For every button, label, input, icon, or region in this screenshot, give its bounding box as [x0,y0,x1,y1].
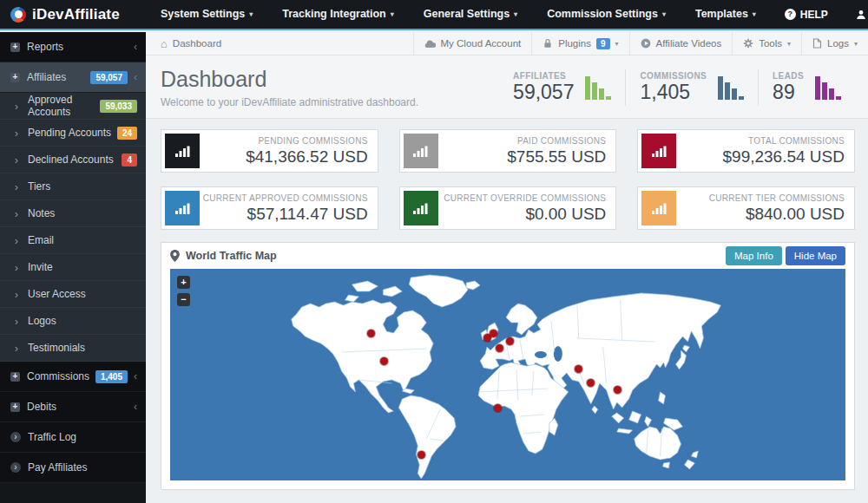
toolbar-button-label: Affiliate Videos [656,38,722,49]
sidebar-item-right [134,401,137,413]
toolbar-button-label: Logs [827,38,849,49]
menu-item-label: System Settings [161,8,245,20]
stat-value: 89 [773,81,804,103]
sidebar-item[interactable]: Debits [0,392,146,422]
main-content: Dashboard Welcome to your iDevAffiliate … [146,56,868,503]
menu-item[interactable]: General Settings▾ [409,0,532,29]
sidebar-item-right: 59,057 [90,71,137,84]
sidebar-item[interactable]: Invite [0,254,146,281]
map-zoom-in-button[interactable]: + [177,276,190,289]
sidebar-item-label: Notes [28,207,55,219]
sparkline-bar [732,88,737,100]
toolbar-button[interactable]: Plugins 9 ▾ [531,32,628,55]
stat-card-value: $755.55 USD [507,147,606,167]
sidebar-item[interactable]: Affiliates 59,057 [0,62,146,93]
navbar-right: HELP admin▾ [771,9,868,21]
toolbar-button-label: Tools [759,38,782,49]
sparkline-bar [599,88,604,100]
bar-chart-icon [652,146,667,157]
traffic-marker[interactable] [367,330,375,337]
menu-item[interactable]: System Settings▾ [146,0,267,29]
sparkline-chart [815,75,841,100]
cloud-icon [424,39,436,49]
user-menu[interactable]: admin▾ [842,9,868,21]
world-map[interactable]: + − [170,269,845,480]
toolbar-button[interactable]: My Cloud Account ▾ [413,32,532,55]
sidebar-item[interactable]: Testimonials [0,335,146,362]
stat-card-label: CURRENT APPROVED COMMISSIONS [203,193,368,203]
stat-card-icon-tile [641,134,676,168]
sidebar-item-label: Debits [27,401,56,413]
page-subtitle: Welcome to your iDevAffiliate administra… [161,96,418,108]
sidebar-item[interactable]: Notes [0,200,146,227]
sidebar-item[interactable]: Pay Affiliates [0,453,146,483]
menu-item[interactable]: Commission Settings▾ [532,0,681,29]
stat-card-label: PENDING COMMISSIONS [246,136,368,146]
map-info-button[interactable]: Map Info [726,246,782,265]
stat-card-icon-tile [165,134,200,168]
traffic-marker[interactable] [490,330,497,337]
toolbar-button[interactable]: Affiliate Videos ▾ [629,32,733,55]
stat-text: COMMISSIONS 1,405 [640,71,707,103]
summary-stat: COMMISSIONS 1,405 [625,69,758,105]
traffic-marker[interactable] [506,337,514,345]
traffic-marker[interactable] [614,386,621,394]
sidebar-item[interactable]: Logos [0,308,146,335]
menu-item[interactable]: Tracking Integration▾ [267,0,408,29]
chevron-left-icon [134,71,137,83]
stat-card-text: TOTAL COMMISSIONS $99,236.54 USD [723,136,852,167]
sparkline-chart [585,75,611,100]
map-zoom-out-button[interactable]: − [177,293,190,306]
stat-card-icon-tile [641,191,676,225]
menu-item[interactable]: Templates▾ [681,0,771,29]
traffic-marker[interactable] [587,379,595,387]
sidebar-item-label: Reports [27,41,63,53]
stat-card-value: $99,236.54 USD [723,147,845,167]
sidebar-item-label: Logos [28,315,56,327]
toolbar-button-label: My Cloud Account [441,38,522,49]
toolbar: ⌂ Dashboard [146,32,868,56]
toolbar-button[interactable]: Logs ▾ [801,32,868,55]
panel-title: World Traffic Map [186,250,277,262]
user-icon [856,10,866,20]
sidebar-item[interactable]: Approved Accounts 59,033 [0,93,146,120]
summary-stats: AFFILIATES 59,057 COMMISSIONS 1,405 [499,67,855,108]
world-traffic-map-panel: World Traffic Map Map Info Hide Map [161,242,855,490]
toolbar-button[interactable]: Tools ▾ [732,32,801,55]
stat-label: COMMISSIONS [640,71,707,81]
sidebar-item[interactable]: User Access [0,281,146,308]
hide-map-button[interactable]: Hide Map [786,246,845,265]
page-title: Dashboard [161,67,418,92]
stat-card: CURRENT TIER COMMISSIONS $840.00 USD [637,186,855,230]
sidebar-item-icon [10,73,20,82]
help-button[interactable]: HELP [771,9,842,21]
summary-stat: LEADS 89 [758,69,855,105]
sidebar-item[interactable]: Traffic Log [0,422,146,453]
toolbar-actions: My Cloud Account ▾ [413,32,868,55]
sidebar-item-right: 1,405 [95,370,137,383]
brand[interactable]: iDevAffiliate [0,6,146,23]
sparkline-bar [718,76,723,100]
stat-card-value: $57,114.47 USD [203,205,368,224]
home-icon: ⌂ [161,38,168,49]
sidebar-item-icon [12,208,21,219]
stat-card-icon-tile [404,134,438,168]
sidebar-item[interactable]: Reports [0,32,146,62]
stat-card: TOTAL COMMISSIONS $99,236.54 USD [637,129,855,173]
sidebar-item[interactable]: Declined Accounts 4 [0,147,146,173]
sidebar-item-right: 59,033 [100,100,137,113]
sidebar-item[interactable]: Commissions 1,405 [0,362,146,392]
sidebar-item-icon [10,42,20,52]
sparkline-chart [718,75,744,100]
plugins-count-badge: 9 [596,38,610,49]
sidebar-item[interactable]: Pending Accounts 24 [0,120,146,147]
stat-value: 59,057 [513,81,574,103]
chevron-left-icon [134,370,137,382]
caret-down-icon: ▾ [249,0,253,29]
stat-card-text: PENDING COMMISSIONS $41,366.52 USD [246,136,374,167]
chevron-left-icon [134,401,137,413]
breadcrumb[interactable]: ⌂ Dashboard [146,32,236,55]
sidebar-item[interactable]: Tiers [0,173,146,200]
sidebar-item[interactable]: Email [0,227,146,254]
traffic-marker[interactable] [494,404,502,412]
